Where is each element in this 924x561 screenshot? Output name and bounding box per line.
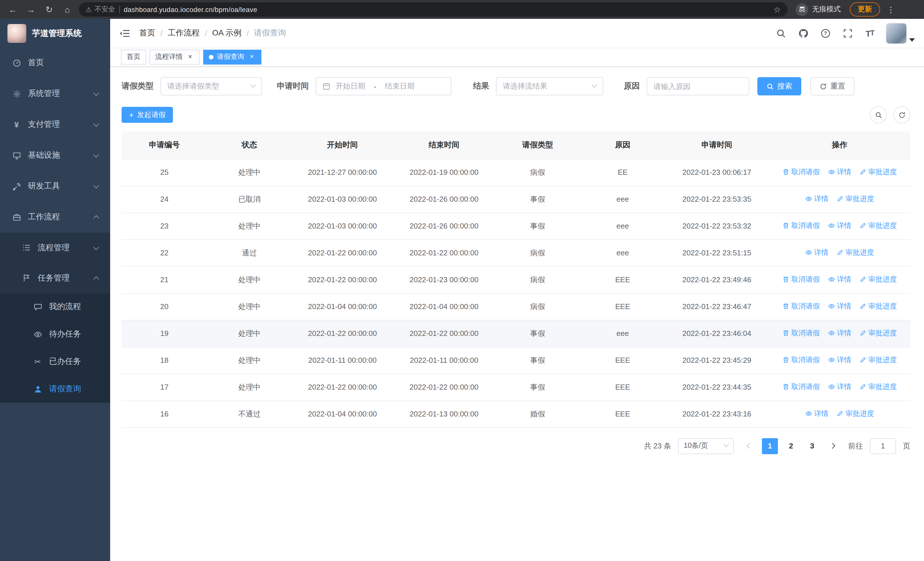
next-page-button[interactable] xyxy=(825,438,841,454)
approval-progress-link[interactable]: 审批进度 xyxy=(859,167,897,177)
detail-link[interactable]: 详情 xyxy=(805,194,828,204)
sidebar-item-home[interactable]: 首页 xyxy=(0,47,110,78)
breadcrumb-item[interactable]: 首页 xyxy=(139,28,155,38)
table-row[interactable]: 21处理中2022-01-22 00:00:002022-01-23 00:00… xyxy=(122,266,910,293)
table-row[interactable]: 22通过2022-01-22 00:00:002022-01-22 00:00:… xyxy=(122,239,910,266)
toggle-search-button[interactable] xyxy=(870,106,887,123)
detail-link[interactable]: 详情 xyxy=(828,355,851,365)
cancel-leave-link[interactable]: 取消请假 xyxy=(782,382,820,392)
approval-progress-link[interactable]: 审批进度 xyxy=(859,382,897,392)
detail-link[interactable]: 详情 xyxy=(828,221,851,231)
sidebar-item-leave-query[interactable]: 请假查询 xyxy=(0,375,110,403)
user-avatar xyxy=(886,23,907,44)
sidebar-item-label: 待办任务 xyxy=(49,329,81,339)
prev-page-button[interactable] xyxy=(741,438,757,454)
cell-status: 处理中 xyxy=(207,159,292,186)
page-size-select[interactable]: 10条/页 xyxy=(678,438,734,454)
search-icon[interactable] xyxy=(774,27,787,39)
browser-menu-icon[interactable]: ⋮ xyxy=(885,5,897,14)
tab-0[interactable]: 首页 xyxy=(121,50,146,64)
detail-link[interactable]: 详情 xyxy=(805,409,828,419)
sidebar-menu: 首页系统管理¥支付管理基础设施研发工具工作流程流程管理任务管理我的流程待办任务✂… xyxy=(0,47,110,561)
approval-progress-link[interactable]: 审批进度 xyxy=(836,194,874,204)
search-button[interactable]: 搜索 xyxy=(758,77,801,95)
sidebar-toggle-icon[interactable] xyxy=(110,29,139,38)
result-select[interactable]: 请选择流结果 xyxy=(496,77,603,95)
detail-link[interactable]: 详情 xyxy=(805,248,828,258)
table-row[interactable]: 23处理中2022-01-03 00:00:002022-01-26 00:00… xyxy=(122,212,910,239)
cancel-leave-link[interactable]: 取消请假 xyxy=(782,275,820,284)
close-icon[interactable]: × xyxy=(186,53,194,61)
page-button-1[interactable]: 1 xyxy=(762,438,778,454)
goto-page-input[interactable] xyxy=(870,438,896,454)
fullscreen-icon[interactable] xyxy=(841,27,854,39)
table-row[interactable]: 18处理中2022-01-11 00:00:002022-01-11 00:00… xyxy=(122,347,910,374)
detail-link[interactable]: 详情 xyxy=(828,167,851,177)
column-header: 操作 xyxy=(769,131,910,159)
approval-progress-link[interactable]: 审批进度 xyxy=(836,248,874,258)
approval-progress-link[interactable]: 审批进度 xyxy=(859,355,897,365)
approval-progress-link[interactable]: 审批进度 xyxy=(859,275,897,284)
detail-link[interactable]: 详情 xyxy=(828,302,851,311)
sidebar-item-system[interactable]: 系统管理 xyxy=(0,78,110,109)
sidebar-item-todo-tasks[interactable]: 待办任务 xyxy=(0,320,110,348)
cancel-leave-link[interactable]: 取消请假 xyxy=(782,302,820,311)
user-menu[interactable] xyxy=(886,23,915,44)
sidebar-item-my-process[interactable]: 我的流程 xyxy=(0,293,110,320)
table-row[interactable]: 16不通过2022-01-04 00:00:002022-01-13 00:00… xyxy=(122,400,910,427)
home-icon[interactable]: ⌂ xyxy=(60,3,74,16)
url-text: dashboard.yudao.iocoder.cn/bpm/oa/leave xyxy=(124,5,770,14)
reason-input[interactable] xyxy=(646,77,749,95)
sidebar-item-task-mgmt[interactable]: 任务管理 xyxy=(0,263,110,293)
logo[interactable]: 芋道管理系统 xyxy=(0,19,110,47)
refresh-table-button[interactable] xyxy=(893,106,910,123)
cell-type: 事假 xyxy=(495,212,580,239)
cancel-leave-link[interactable]: 取消请假 xyxy=(782,221,820,231)
approval-progress-link[interactable]: 审批进度 xyxy=(859,328,897,338)
breadcrumb-item[interactable]: 工作流程 xyxy=(168,28,200,38)
approval-progress-link[interactable]: 审批进度 xyxy=(859,302,897,311)
cancel-leave-link[interactable]: 取消请假 xyxy=(782,328,820,338)
font-size-icon[interactable]: T﻿T xyxy=(864,27,876,39)
sidebar-item-devtools[interactable]: 研发工具 xyxy=(0,171,110,202)
tab-2[interactable]: 请假查询× xyxy=(203,50,261,64)
create-leave-button[interactable]: + 发起请假 xyxy=(122,107,173,123)
table-row[interactable]: 20处理中2022-01-04 00:00:002022-01-04 00:00… xyxy=(122,293,910,320)
cell-status: 处理中 xyxy=(207,212,292,239)
cancel-leave-link[interactable]: 取消请假 xyxy=(782,355,820,365)
page-button-3[interactable]: 3 xyxy=(804,438,820,454)
page-button-2[interactable]: 2 xyxy=(783,438,799,454)
cancel-leave-link[interactable]: 取消请假 xyxy=(782,167,820,177)
github-icon[interactable] xyxy=(797,27,809,39)
sidebar-item-done-tasks[interactable]: ✂已办任务 xyxy=(0,348,110,375)
update-button[interactable]: 更新 xyxy=(850,2,880,17)
filter-form: 请假类型 请选择请假类型 申请时间 开始日期 - 结束日期 结果 xyxy=(122,77,910,95)
detail-link[interactable]: 详情 xyxy=(828,328,851,338)
table-row[interactable]: 25处理中2021-12-27 00:00:002022-01-19 00:00… xyxy=(122,159,910,186)
sidebar-item-payment[interactable]: ¥支付管理 xyxy=(0,109,110,140)
leave-type-select[interactable]: 请选择请假类型 xyxy=(160,77,262,95)
approval-progress-link[interactable]: 审批进度 xyxy=(859,221,897,231)
bookmark-star-icon[interactable]: ☆ xyxy=(774,5,781,14)
table-row[interactable]: 24已取消2022-01-03 00:00:002022-01-26 00:00… xyxy=(122,186,910,212)
table-row[interactable]: 17处理中2022-01-22 00:00:002022-01-22 00:00… xyxy=(122,374,910,400)
reset-button[interactable]: 重置 xyxy=(810,77,854,95)
navbar: 首页/工作流程/OA 示例/请假查询 ? T﻿T xyxy=(110,19,924,47)
breadcrumb-item[interactable]: OA 示例 xyxy=(212,28,242,38)
back-icon[interactable]: ← xyxy=(6,3,20,16)
detail-link[interactable]: 详情 xyxy=(828,275,851,284)
security-warning[interactable]: ⚠ 不安全 xyxy=(86,5,115,14)
close-icon[interactable]: × xyxy=(248,53,256,61)
table-row[interactable]: 19处理中2022-01-22 00:00:002022-01-22 00:00… xyxy=(122,320,910,347)
help-icon[interactable]: ? xyxy=(819,27,831,39)
apply-time-range-picker[interactable]: 开始日期 - 结束日期 xyxy=(316,77,452,95)
sidebar-item-process-mgmt[interactable]: 流程管理 xyxy=(0,233,110,263)
forward-icon[interactable]: → xyxy=(24,3,38,16)
approval-progress-link[interactable]: 审批进度 xyxy=(836,409,874,419)
address-bar[interactable]: ⚠ 不安全 dashboard.yudao.iocoder.cn/bpm/oa/… xyxy=(79,2,788,17)
sidebar-item-infrastructure[interactable]: 基础设施 xyxy=(0,140,110,171)
sidebar-item-workflow[interactable]: 工作流程 xyxy=(0,202,110,233)
detail-link[interactable]: 详情 xyxy=(828,382,851,392)
reload-icon[interactable]: ↻ xyxy=(42,3,56,16)
tab-1[interactable]: 流程详情× xyxy=(150,50,200,64)
